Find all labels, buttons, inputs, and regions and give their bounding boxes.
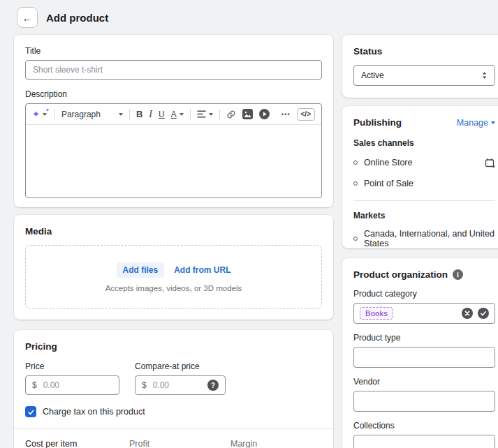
paragraph-label: Paragraph (61, 110, 101, 119)
chevron-down-icon (119, 113, 123, 116)
chevron-down-icon (491, 121, 495, 124)
italic-button[interactable]: I (149, 109, 152, 120)
status-selected-value: Active (361, 70, 384, 80)
confirm-category-icon[interactable] (478, 308, 489, 319)
toolbar-divider (190, 109, 191, 120)
publishing-heading: Publishing (353, 117, 402, 128)
collections-label: Collections (353, 421, 495, 431)
underline-button[interactable]: U (159, 110, 165, 119)
checkmark-icon (27, 408, 35, 416)
insert-image-button[interactable] (242, 109, 253, 119)
status-heading: Status (353, 46, 495, 57)
page-title: Add product (46, 12, 108, 24)
vendor-label: Vendor (353, 377, 495, 387)
bold-button[interactable]: B (136, 109, 142, 119)
pricing-card: Pricing Price $ Compare-at price $ ? Cha… (14, 330, 333, 448)
manage-label: Manage (457, 118, 488, 128)
compare-at-price-input[interactable] (153, 380, 201, 390)
title-input[interactable] (25, 60, 322, 80)
status-select[interactable]: Active (353, 65, 495, 86)
channel-label: Online Store (364, 158, 412, 167)
product-category-input[interactable]: Books (353, 303, 495, 324)
bullet-icon (353, 237, 358, 241)
product-organization-heading: Product organization (353, 269, 448, 280)
link-icon (226, 110, 236, 119)
cost-per-item-label: Cost per item (25, 439, 129, 448)
description-editor: ✦ ✦ Paragraph B I U A (25, 103, 322, 198)
back-button[interactable]: ← (17, 7, 38, 28)
profit-label: Profit (129, 439, 230, 448)
media-hint: Accepts images, videos, or 3D models (105, 284, 242, 292)
chevron-down-icon (209, 113, 213, 116)
paragraph-style-dropdown[interactable]: Paragraph (61, 110, 123, 119)
vendor-input[interactable] (353, 391, 495, 412)
bullet-icon (353, 160, 358, 165)
insert-video-button[interactable] (259, 109, 270, 119)
calendar-plus-icon (485, 158, 495, 168)
channel-row-point-of-sale: Point of Sale (353, 177, 495, 190)
markets-heading: Markets (353, 211, 495, 221)
price-label: Price (25, 361, 119, 371)
market-label: Canada, International, and United States (364, 229, 495, 248)
align-left-icon (197, 110, 206, 118)
price-input[interactable] (43, 380, 112, 390)
title-label: Title (25, 46, 322, 56)
market-row: Canada, International, and United States (353, 229, 495, 248)
product-details-card: Title Description ✦ ✦ Paragraph B I U A (14, 35, 333, 207)
show-html-button[interactable]: </> (297, 108, 315, 121)
currency-prefix: $ (142, 380, 147, 390)
product-type-label: Product type (353, 333, 495, 343)
charge-tax-checkbox[interactable] (25, 406, 36, 417)
chevron-down-icon (180, 113, 184, 116)
text-align-dropdown[interactable] (197, 110, 213, 118)
insert-link-button[interactable] (226, 110, 236, 119)
media-dropzone[interactable]: Add files Add from URL Accepts images, v… (25, 245, 322, 309)
text-color-dropdown[interactable]: A (171, 110, 184, 119)
margin-label: Margin (230, 439, 257, 448)
sparkle-icon: ✦ (32, 110, 40, 119)
description-textarea[interactable] (26, 125, 321, 197)
product-type-input[interactable] (353, 347, 495, 368)
ai-magic-button[interactable]: ✦ ✦ (32, 110, 47, 119)
toolbar-divider (54, 109, 55, 120)
media-heading: Media (25, 226, 322, 237)
publishing-card: Publishing Manage Sales channels Online … (342, 106, 498, 248)
info-icon[interactable]: i (453, 269, 463, 280)
channel-row-online-store: Online Store (353, 156, 495, 169)
media-card: Media Add files Add from URL Accepts ima… (14, 215, 333, 320)
sales-channels-heading: Sales channels (353, 138, 495, 148)
toolbar-divider (219, 109, 220, 120)
clear-category-icon[interactable] (462, 308, 473, 319)
pricing-heading: Pricing (25, 341, 322, 352)
collections-input[interactable] (353, 435, 495, 448)
category-tag[interactable]: Books (360, 307, 393, 320)
compare-at-price-input-box: $ ? (135, 375, 226, 395)
back-arrow-icon: ← (22, 12, 33, 24)
sparkle-small-icon: ✦ (45, 107, 50, 113)
caret-updown-icon (481, 71, 488, 80)
more-options-button[interactable]: ••• (281, 111, 290, 118)
bullet-icon (353, 181, 358, 186)
play-icon (259, 109, 270, 119)
add-files-button[interactable]: Add files (117, 262, 165, 278)
schedule-availability-button[interactable] (485, 158, 495, 168)
help-question-icon[interactable]: ? (207, 380, 219, 391)
price-input-box: $ (25, 375, 119, 395)
chevron-down-icon (43, 113, 47, 116)
compare-at-price-label: Compare-at price (135, 361, 226, 371)
description-label: Description (25, 89, 322, 99)
product-category-label: Product category (353, 289, 495, 299)
product-organization-card: Product organization i Product category … (342, 258, 498, 448)
image-icon (242, 109, 253, 119)
charge-tax-label: Charge tax on this product (43, 407, 145, 417)
editor-toolbar: ✦ ✦ Paragraph B I U A (26, 104, 321, 125)
publishing-divider (353, 200, 495, 201)
add-from-url-link[interactable]: Add from URL (174, 265, 230, 275)
manage-dropdown[interactable]: Manage (457, 118, 495, 128)
channel-label: Point of Sale (364, 179, 413, 188)
status-card: Status Active (342, 35, 498, 98)
currency-prefix: $ (32, 380, 37, 390)
text-color-label: A (171, 110, 177, 119)
toolbar-divider (129, 109, 130, 120)
